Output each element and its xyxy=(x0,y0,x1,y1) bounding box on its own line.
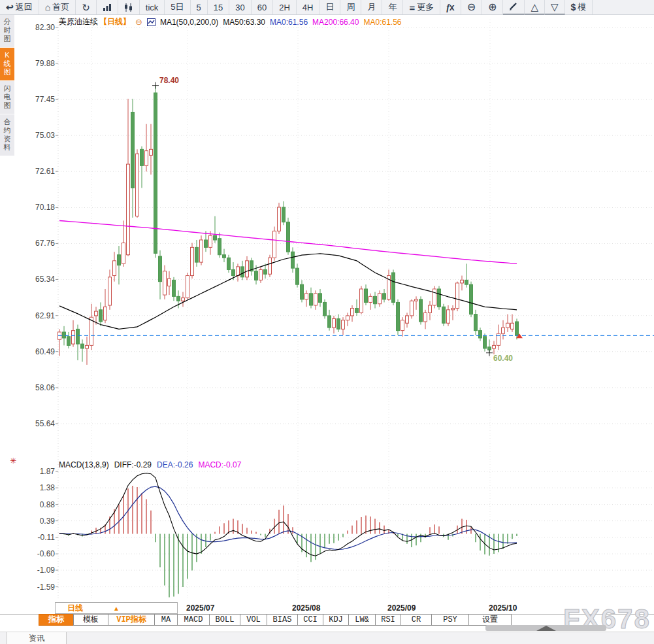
toolbar-min60-button[interactable]: 60 xyxy=(252,0,273,14)
svg-text:58.06: 58.06 xyxy=(35,383,55,392)
toolbar-refresh-button[interactable]: ↻ xyxy=(76,0,97,14)
toolbar-formula-button[interactable]: fx xyxy=(440,0,461,14)
tab-BIAS[interactable]: BIAS xyxy=(267,614,298,626)
toolbar-zoom-in-button[interactable]: ⊕ xyxy=(482,0,503,14)
macd-header: MACD(13,8,9) DIFF:-0.29 DEA:-0.26 MACD:-… xyxy=(59,460,241,469)
chart-header: 美原油连续【日线】 ⊖ MA1(50,0,200,0) MA50:63.30 M… xyxy=(59,16,402,27)
svg-text:65.34: 65.34 xyxy=(35,275,55,284)
svg-text:1.87: 1.87 xyxy=(40,467,56,476)
horizontal-scrollbar-thumb[interactable] xyxy=(485,625,606,631)
svg-text:0.39: 0.39 xyxy=(40,517,56,526)
toolbar-month-button[interactable]: 月 xyxy=(361,0,382,14)
toolbar-week-button[interactable]: 周 xyxy=(340,0,361,14)
ma50-value: MA50:63.30 xyxy=(223,18,265,27)
toolbar-min30-label: 30 xyxy=(235,3,244,12)
tab-VIP指标[interactable]: VIP指标 xyxy=(108,614,155,626)
toolbar-sim-trade-label: 模 xyxy=(578,1,586,13)
macd-macd-value: MACD:-0.07 xyxy=(198,460,241,469)
toolbar-draw-button[interactable] xyxy=(503,0,525,14)
svg-text:78.40: 78.40 xyxy=(159,76,179,85)
tab-设置[interactable]: 设置 xyxy=(468,614,512,626)
toolbar-tick-label: tick xyxy=(146,3,159,12)
svg-text:-1.09: -1.09 xyxy=(37,566,56,575)
sidebar-item-3[interactable]: 合约资料 xyxy=(0,114,14,156)
svg-text:79.88: 79.88 xyxy=(35,59,55,68)
tab-RSI[interactable]: RSI xyxy=(375,614,401,626)
toolbar-5day-button[interactable]: 5日 xyxy=(165,0,190,14)
svg-text:0.88: 0.88 xyxy=(40,500,56,509)
toolbar-triangle-up-button[interactable]: △ xyxy=(525,0,545,14)
svg-text:72.61: 72.61 xyxy=(35,167,55,176)
toolbar-min5-button[interactable]: 5 xyxy=(191,0,208,14)
sidebar-item-1[interactable]: K线图 xyxy=(0,48,14,81)
toolbar-week-label: 周 xyxy=(346,1,355,13)
indicator-settings-icon[interactable]: ✳ xyxy=(10,456,16,466)
svg-text:-1.59: -1.59 xyxy=(37,583,56,592)
toolbar-zoom-out-button[interactable]: ⊖ xyxy=(461,0,482,14)
toolbar-more-button[interactable]: ≡更多 xyxy=(403,0,440,14)
toolbar-home-button[interactable]: ⌂首页 xyxy=(39,0,76,14)
svg-text:67.76: 67.76 xyxy=(35,239,55,248)
toolbar-back-label: 返回 xyxy=(16,1,33,13)
toolbar-year-label: 年 xyxy=(388,1,397,13)
ma0-blue-value: MA0:61.56 xyxy=(270,18,308,27)
toolbar-candle-mode-button[interactable] xyxy=(118,0,140,14)
toolbar-day-button[interactable]: 日 xyxy=(319,0,340,14)
tab-CR[interactable]: CR xyxy=(401,614,432,626)
toolbar-min15-button[interactable]: 15 xyxy=(208,0,229,14)
toolbar-hour2-label: 2H xyxy=(279,3,290,12)
toolbar-hour2-button[interactable]: 2H xyxy=(273,0,297,14)
toolbar-triangle-down-button[interactable]: ▽ xyxy=(545,0,565,14)
tab-CCI[interactable]: CCI xyxy=(297,614,323,626)
toolbar-more-label: 更多 xyxy=(417,1,434,13)
toolbar-hour4-button[interactable]: 4H xyxy=(297,0,320,14)
tab-模板[interactable]: 模板 xyxy=(73,614,108,626)
x-axis-month-2: 2025/08 xyxy=(292,603,320,613)
toolbar-tick-button[interactable]: tick xyxy=(140,0,165,14)
scroll-up-arrow-icon xyxy=(536,626,556,631)
news-tab[interactable]: 资讯 xyxy=(7,632,67,644)
svg-text:60.40: 60.40 xyxy=(493,354,513,363)
macd-params: MACD(13,8,9) xyxy=(59,460,109,469)
toolbar-min5-label: 5 xyxy=(197,3,201,12)
price-chart-canvas[interactable]: 82.3079.8877.4575.0372.6170.1867.7665.34… xyxy=(0,0,654,644)
tab-指标[interactable]: 指标 xyxy=(39,614,74,626)
indicator-chart-icon xyxy=(147,18,155,26)
period-label: 【日线】 xyxy=(99,16,131,27)
trading-app-window: ↩返回⌂首页↻tick5日51530602H4H日周月年≡更多fx⊖⊕△▽$模 … xyxy=(0,0,654,644)
svg-text:82.30: 82.30 xyxy=(35,23,55,32)
toolbar-back-button[interactable]: ↩返回 xyxy=(0,0,39,14)
tab-VOL[interactable]: VOL xyxy=(240,614,267,626)
x-axis-month-3: 2025/09 xyxy=(387,603,416,613)
tab-MACD[interactable]: MACD xyxy=(177,614,210,626)
toolbar-bar-chart-mode-button[interactable] xyxy=(97,0,118,14)
period-dropd own-button[interactable]: 日线 ▲ xyxy=(55,602,178,614)
toolbar-5day-label: 5日 xyxy=(171,1,184,13)
svg-text:75.03: 75.03 xyxy=(35,131,55,140)
svg-text:55.64: 55.64 xyxy=(35,419,55,428)
svg-text:60.49: 60.49 xyxy=(35,347,55,356)
collapse-icon[interactable]: ⊖ xyxy=(135,17,142,27)
bottom-status-row: 资讯 xyxy=(0,632,654,644)
sidebar-item-2[interactable]: 闪电图 xyxy=(0,81,14,114)
toolbar-sim-trade-button[interactable]: $模 xyxy=(565,0,593,14)
toolbar-min30-button[interactable]: 30 xyxy=(229,0,251,14)
svg-text:62.91: 62.91 xyxy=(35,311,55,320)
ma-definition: MA1(50,0,200,0) xyxy=(160,18,218,27)
symbol-name: 美原油连续 xyxy=(59,16,98,27)
sidebar-item-0[interactable]: 分时图 xyxy=(0,14,14,48)
macd-diff-value: DIFF:-0.29 xyxy=(114,460,152,469)
x-axis-month-1: 2025/07 xyxy=(186,603,214,613)
tab-LW&[interactable]: LW& xyxy=(348,614,376,626)
tab-PSY[interactable]: PSY xyxy=(431,614,469,626)
chevron-up-icon: ▲ xyxy=(113,605,120,612)
ma0-orange-value: MA0:61.56 xyxy=(363,18,401,27)
toolbar-hour4-label: 4H xyxy=(302,3,314,12)
tab-BOLL[interactable]: BOLL xyxy=(209,614,240,626)
toolbar-year-button[interactable]: 年 xyxy=(382,0,403,14)
tab-MA[interactable]: MA xyxy=(154,614,178,626)
left-sidebar: 分时图K线图闪电图合约资料 xyxy=(0,14,14,156)
toolbar-home-label: 首页 xyxy=(52,1,69,13)
toolbar-month-label: 月 xyxy=(367,1,376,13)
tab-KDJ[interactable]: KDJ xyxy=(323,614,349,626)
